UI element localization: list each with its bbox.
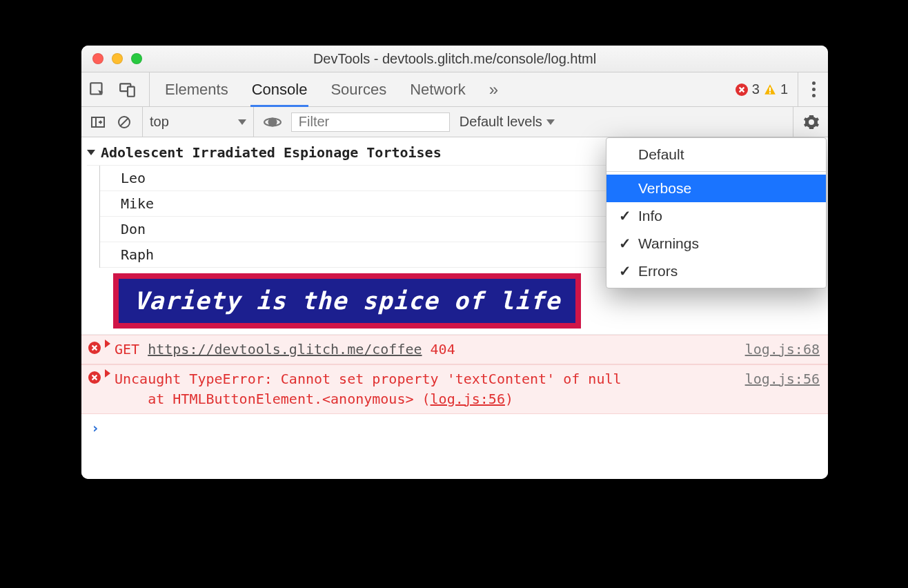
error-icon <box>736 84 748 96</box>
tab-elements[interactable]: Elements <box>165 72 228 106</box>
log-group-title: Adolescent Irradiated Espionage Tortoise… <box>101 144 442 161</box>
level-verbose[interactable]: Verbose <box>606 175 826 202</box>
warning-icon <box>764 84 776 96</box>
issue-counts[interactable]: 3 1 <box>736 72 798 106</box>
warning-count: 1 <box>780 81 788 97</box>
svg-rect-5 <box>769 92 771 93</box>
tab-console[interactable]: Console <box>252 72 308 106</box>
live-expression-icon[interactable] <box>264 113 282 131</box>
devtools-window: DevTools - devtools.glitch.me/console/lo… <box>81 46 828 479</box>
error-count: 3 <box>752 81 760 97</box>
window-min-button[interactable] <box>112 53 123 64</box>
levels-menu: Default Verbose Info Warnings Errors <box>606 137 827 288</box>
error-icon <box>88 369 101 389</box>
tabs-overflow[interactable]: » <box>489 72 498 106</box>
stack-link[interactable]: log.js:56 <box>431 391 505 407</box>
menu-separator <box>606 171 826 172</box>
window-titlebar: DevTools - devtools.glitch.me/console/lo… <box>81 46 828 72</box>
disclosure-icon <box>87 150 95 155</box>
tab-network[interactable]: Network <box>410 72 466 106</box>
tab-sources[interactable]: Sources <box>330 72 386 106</box>
error-url[interactable]: https://devtools.glitch.me/coffee <box>148 341 422 357</box>
window-close-button[interactable] <box>92 53 103 64</box>
error-row: Uncaught TypeError: Cannot set property … <box>81 364 828 414</box>
filter-input[interactable] <box>291 112 450 132</box>
log-levels-label: Default levels <box>460 114 542 130</box>
expand-icon[interactable] <box>105 369 110 378</box>
error-row: GET https://devtools.glitch.me/coffee 40… <box>81 335 828 364</box>
window-max-button[interactable] <box>131 53 142 64</box>
error-icon <box>88 340 101 360</box>
chevron-down-icon <box>546 119 555 125</box>
source-link[interactable]: log.js:68 <box>745 340 820 360</box>
context-select[interactable]: top <box>142 107 254 137</box>
main-tabs-bar: Elements Console Sources Network » 3 1 <box>81 72 828 107</box>
console-prompt[interactable]: › <box>81 414 828 442</box>
chevron-down-icon <box>238 119 246 125</box>
console-filter-bar: top Default levels <box>81 107 828 137</box>
level-errors[interactable]: Errors <box>606 257 826 285</box>
level-default[interactable]: Default <box>606 141 826 168</box>
menu-kebab-icon[interactable] <box>807 81 821 98</box>
inspect-icon[interactable] <box>88 81 106 99</box>
error-message: GET https://devtools.glitch.me/coffee 40… <box>115 340 455 360</box>
svg-rect-2 <box>128 86 135 96</box>
console-sidebar-toggle-icon[interactable] <box>90 114 106 130</box>
expand-icon[interactable] <box>105 340 110 348</box>
error-message: Uncaught TypeError: Cannot set property … <box>115 369 622 409</box>
source-link[interactable]: log.js:56 <box>745 369 820 389</box>
level-warnings[interactable]: Warnings <box>606 230 826 257</box>
styled-log-text: Variety is the spice of life <box>113 273 581 329</box>
traffic-lights <box>92 53 142 64</box>
context-value: top <box>150 114 169 130</box>
window-title: DevTools - devtools.glitch.me/console/lo… <box>81 51 828 67</box>
level-info[interactable]: Info <box>606 202 826 230</box>
clear-console-icon[interactable] <box>116 114 132 130</box>
svg-rect-4 <box>769 87 771 91</box>
log-levels-select[interactable]: Default levels <box>460 114 555 130</box>
settings-gear-icon[interactable] <box>803 114 820 130</box>
device-toggle-icon[interactable] <box>119 81 137 99</box>
